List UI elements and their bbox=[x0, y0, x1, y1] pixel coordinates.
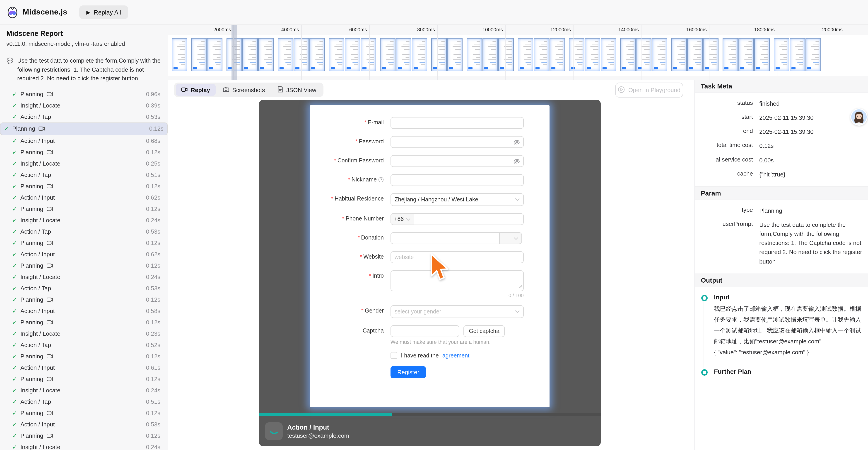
timeline-thumbnail[interactable] bbox=[172, 38, 187, 71]
step-row[interactable]: ✓Planning0.96s bbox=[0, 88, 167, 100]
replay-all-button[interactable]: ▶ Replay All bbox=[79, 5, 128, 19]
timeline-thumbnail[interactable] bbox=[467, 38, 482, 71]
tab-screenshots[interactable]: Screenshots bbox=[217, 84, 271, 96]
step-row[interactable]: ✓Insight / Locate0.24s bbox=[0, 271, 167, 282]
timeline-gridline bbox=[437, 25, 438, 80]
timeline-thumbnail[interactable] bbox=[672, 38, 687, 71]
timeline-thumbnail[interactable] bbox=[518, 38, 533, 71]
step-row[interactable]: ✓Planning0.12s bbox=[0, 260, 167, 271]
timeline-thumbnail[interactable] bbox=[258, 38, 274, 71]
step-row[interactable]: ✓Action / Input0.53s bbox=[0, 419, 167, 430]
eye-invisible-icon[interactable] bbox=[513, 158, 520, 166]
phone-prefix-select[interactable]: +86 bbox=[391, 213, 413, 225]
timeline-thumbnail[interactable] bbox=[687, 38, 703, 71]
step-row[interactable]: ✓Insight / Locate0.23s bbox=[0, 328, 167, 339]
timeline-thumbnail[interactable] bbox=[431, 38, 447, 71]
step-row[interactable]: ✓Planning0.12s bbox=[0, 180, 167, 192]
timeline-thumbnail[interactable] bbox=[652, 38, 667, 71]
step-row[interactable]: ✓Action / Tap0.53s bbox=[0, 111, 167, 122]
input-phone-number[interactable] bbox=[413, 213, 524, 225]
thumbnail-line bbox=[645, 49, 650, 50]
tab-json-view[interactable]: JSON View bbox=[272, 84, 322, 96]
step-row[interactable]: ✓Planning0.12s bbox=[0, 146, 167, 158]
step-row[interactable]: ✓Planning0.12s bbox=[0, 237, 167, 248]
timeline-scrubber[interactable] bbox=[231, 25, 238, 80]
input-nickname[interactable] bbox=[391, 174, 524, 186]
input-confirm-password[interactable] bbox=[391, 155, 524, 167]
step-row[interactable]: ✓Action / Tap0.51s bbox=[0, 169, 167, 180]
timeline-thumbnail[interactable] bbox=[805, 38, 821, 71]
step-row[interactable]: ✓Planning0.12s bbox=[0, 350, 167, 362]
timeline-thumbnail[interactable] bbox=[789, 38, 805, 71]
timeline-thumbnail[interactable] bbox=[329, 38, 344, 71]
required-star-icon: * bbox=[348, 176, 350, 183]
step-row[interactable]: ✓Insight / Locate0.39s bbox=[0, 100, 167, 111]
agreement-checkbox[interactable] bbox=[391, 352, 397, 359]
step-row[interactable]: ✓Action / Input0.68s bbox=[0, 135, 167, 146]
timeline-thumbnail[interactable] bbox=[345, 38, 360, 71]
get-captcha-button[interactable]: Get captcha bbox=[463, 325, 505, 337]
input-captcha[interactable] bbox=[391, 325, 459, 337]
eye-invisible-icon[interactable] bbox=[513, 139, 520, 147]
check-icon: ✓ bbox=[12, 307, 21, 314]
timeline-thumbnail[interactable] bbox=[309, 38, 325, 71]
agreement-link[interactable]: agreement bbox=[442, 352, 470, 359]
step-row[interactable]: ✓Action / Tap0.52s bbox=[0, 339, 167, 350]
step-row[interactable]: ✓Planning0.12s bbox=[0, 407, 167, 419]
timeline-thumbnail[interactable] bbox=[620, 38, 636, 71]
timeline-thumbnail[interactable] bbox=[207, 38, 222, 71]
timeline-thumbnail[interactable] bbox=[534, 38, 549, 71]
step-row[interactable]: ✓Planning0.12s bbox=[0, 430, 167, 441]
timeline-thumbnail[interactable] bbox=[242, 38, 258, 71]
step-row[interactable]: ✓Action / Input0.58s bbox=[0, 305, 167, 316]
step-row[interactable]: ✓Planning0.12s bbox=[0, 203, 167, 214]
timeline-thumbnail[interactable] bbox=[483, 38, 498, 71]
step-row[interactable]: ✓Insight / Locate0.25s bbox=[0, 158, 167, 169]
step-row[interactable]: ✓Planning0.12s bbox=[0, 373, 167, 385]
timeline-thumbnail[interactable] bbox=[738, 38, 754, 71]
timeline-thumbnail[interactable] bbox=[703, 38, 718, 71]
step-row[interactable]: ✓Insight / Locate0.24s bbox=[0, 214, 167, 226]
step-row[interactable]: ✓Planning0.12s bbox=[0, 122, 167, 135]
register-button[interactable]: Register bbox=[391, 366, 426, 378]
timeline-thumbnail[interactable] bbox=[380, 38, 396, 71]
timeline-thumbnail[interactable] bbox=[412, 38, 427, 71]
intro-textarea[interactable] bbox=[391, 270, 524, 291]
select-gender[interactable]: select your gender bbox=[391, 305, 524, 318]
step-row[interactable]: ✓Action / Input0.62s bbox=[0, 248, 167, 260]
select-habitual-residence[interactable]: Zhejiang / Hangzhou / West Lake bbox=[391, 193, 524, 206]
timeline-thumbnail[interactable] bbox=[550, 38, 565, 71]
step-row[interactable]: ✓Insight / Locate0.24s bbox=[0, 441, 167, 450]
input-donation[interactable] bbox=[391, 232, 499, 244]
timeline-thumbnail[interactable] bbox=[754, 38, 770, 71]
timeline-thumbnail[interactable] bbox=[396, 38, 411, 71]
step-row[interactable]: ✓Action / Input0.62s bbox=[0, 192, 167, 203]
open-in-playground-button[interactable]: Open in Playground bbox=[615, 83, 683, 97]
input-password[interactable] bbox=[391, 136, 524, 148]
timeline-thumbnail[interactable] bbox=[191, 38, 207, 71]
input-e-mail[interactable] bbox=[391, 117, 524, 129]
timeline-thumbnail[interactable] bbox=[774, 38, 789, 71]
step-row[interactable]: ✓Action / Input0.61s bbox=[0, 362, 167, 373]
step-row[interactable]: ✓Action / Tap0.53s bbox=[0, 226, 167, 237]
step-row[interactable]: ✓Action / Tap0.51s bbox=[0, 396, 167, 407]
timeline-thumbnail[interactable] bbox=[569, 38, 584, 71]
thumbnail-line bbox=[745, 44, 752, 45]
timeline-thumbnail[interactable] bbox=[498, 38, 514, 71]
timeline-thumbnail[interactable] bbox=[722, 38, 738, 71]
step-row[interactable]: ✓Planning0.12s bbox=[0, 294, 167, 305]
timeline-thumbnail[interactable] bbox=[447, 38, 463, 71]
step-row[interactable]: ✓Insight / Locate0.24s bbox=[0, 385, 167, 396]
step-row[interactable]: ✓Action / Tap0.53s bbox=[0, 282, 167, 294]
donation-unit-select[interactable] bbox=[499, 232, 522, 244]
replay-progress-track[interactable] bbox=[259, 413, 601, 416]
timeline-thumbnail[interactable] bbox=[636, 38, 651, 71]
timeline-thumbnail[interactable] bbox=[361, 38, 376, 71]
avatar[interactable] bbox=[850, 108, 868, 125]
input-website[interactable] bbox=[391, 251, 524, 263]
step-row[interactable]: ✓Planning0.12s bbox=[0, 316, 167, 328]
timeline-thumbnail[interactable] bbox=[585, 38, 600, 71]
timeline-thumbnail[interactable] bbox=[278, 38, 293, 71]
timeline-thumbnail[interactable] bbox=[601, 38, 616, 71]
tab-replay[interactable]: Replay bbox=[176, 84, 215, 96]
